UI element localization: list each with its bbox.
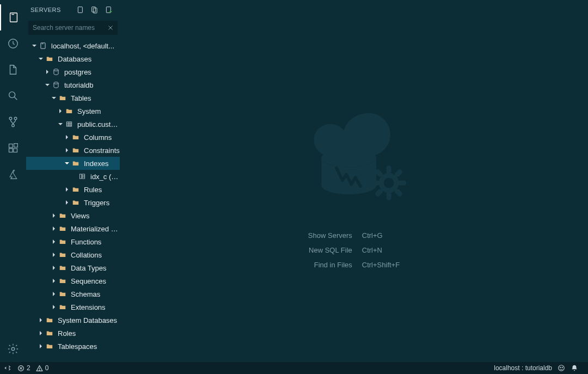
tree-functions[interactable]: Functions [26, 235, 120, 248]
tree-rules[interactable]: Rules [26, 183, 120, 196]
tree-index-idx-c[interactable]: idx_c (No... [26, 170, 120, 183]
welcome-new-sql[interactable]: New SQL File [308, 246, 352, 254]
tree-label: Indexes [84, 160, 109, 168]
sidebar-header: SERVERS [26, 0, 120, 20]
search-input[interactable] [28, 21, 118, 35]
tree-materialized-views[interactable]: Materialized V... [26, 222, 120, 235]
twisty-icon[interactable] [63, 144, 71, 157]
tree-triggers[interactable]: Triggers [26, 196, 120, 209]
activity-settings-icon[interactable] [0, 336, 26, 362]
svg-line-4 [14, 97, 17, 100]
twisty-icon[interactable] [57, 105, 64, 118]
folder-icon [71, 185, 81, 194]
svg-line-39 [397, 192, 400, 194]
status-errors[interactable]: 2 [17, 364, 30, 372]
svg-rect-10 [14, 149, 17, 152]
add-connection-icon[interactable] [102, 3, 115, 16]
tree-indexes[interactable]: Indexes [26, 157, 120, 170]
folder-icon [45, 315, 54, 325]
activity-explorer-icon[interactable] [0, 57, 26, 83]
tree-system-databases[interactable]: System Databases [26, 314, 120, 327]
folder-icon [58, 250, 68, 260]
twisty-icon[interactable] [37, 327, 45, 340]
welcome-editor: Show Servers Ctrl+G New SQL File Ctrl+N … [120, 0, 588, 362]
status-errors-count: 2 [27, 364, 30, 372]
welcome-show-servers[interactable]: Show Servers [308, 231, 352, 240]
twisty-icon[interactable] [50, 209, 58, 222]
folder-icon [45, 54, 54, 64]
tree-roles[interactable]: Roles [26, 327, 120, 340]
tree-table-public-customers[interactable]: public.custo... [26, 118, 120, 131]
twisty-icon[interactable] [37, 52, 45, 65]
new-connection-icon[interactable] [74, 3, 87, 16]
new-group-icon[interactable] [88, 3, 101, 16]
twisty-icon[interactable] [30, 39, 38, 52]
tree-tables[interactable]: Tables [26, 91, 120, 105]
folder-icon [71, 198, 81, 207]
twisty-icon[interactable] [37, 340, 45, 353]
activity-search-icon[interactable] [0, 83, 26, 109]
tree-label: Triggers [84, 199, 109, 207]
folder-icon [58, 224, 68, 234]
welcome-find-in-files[interactable]: Find in Files [308, 261, 352, 269]
tree-constraints[interactable]: Constraints [26, 144, 120, 157]
twisty-icon[interactable] [50, 274, 58, 287]
twisty-icon[interactable] [50, 222, 58, 235]
activity-source-control-icon[interactable] [0, 109, 26, 135]
twisty-icon[interactable] [57, 118, 64, 131]
svg-line-41 [378, 192, 381, 194]
folder-icon [58, 237, 68, 247]
folder-icon [58, 211, 68, 220]
tree-data-types[interactable]: Data Types [26, 261, 120, 274]
twisty-icon[interactable] [63, 157, 71, 170]
folder-icon [71, 145, 81, 155]
status-connection[interactable]: localhost : tutorialdb [494, 364, 552, 372]
svg-rect-8 [9, 144, 13, 148]
tree-views[interactable]: Views [26, 209, 120, 222]
svg-point-5 [9, 117, 12, 120]
tree-db-tutorialdb[interactable]: tutorialdb [26, 78, 120, 91]
svg-point-3 [9, 92, 15, 98]
activity-extensions-icon[interactable] [0, 135, 26, 161]
tree-schemas[interactable]: Schemas [26, 287, 120, 301]
activity-azure-icon[interactable] [0, 161, 26, 187]
twisty-icon[interactable] [50, 91, 58, 105]
twisty-icon[interactable] [44, 65, 51, 78]
tree-system[interactable]: System [26, 105, 120, 118]
twisty-icon[interactable] [50, 287, 58, 301]
svg-rect-15 [93, 8, 97, 13]
tree-sequences[interactable]: Sequences [26, 274, 120, 287]
folder-icon [64, 106, 74, 116]
welcome-find-in-files-key: Ctrl+Shift+F [362, 261, 400, 269]
status-remote-icon[interactable] [4, 364, 12, 372]
activity-servers-icon[interactable] [0, 4, 26, 30]
twisty-icon[interactable] [50, 248, 58, 261]
tree-server[interactable]: localhost, <default... [26, 39, 120, 52]
tree-collations[interactable]: Collations [26, 248, 120, 261]
status-warnings[interactable]: 0 [36, 364, 49, 372]
search-clear-icon[interactable] [106, 23, 115, 33]
twisty-icon[interactable] [37, 314, 45, 327]
tree-databases[interactable]: Databases [26, 52, 120, 65]
status-notifications-icon[interactable] [571, 364, 578, 372]
status-feedback-icon[interactable] [558, 364, 565, 372]
twisty-icon[interactable] [63, 196, 71, 209]
twisty-icon[interactable] [50, 261, 58, 274]
twisty-icon[interactable] [63, 183, 71, 196]
activity-bar [0, 0, 26, 362]
svg-point-21 [54, 69, 58, 71]
sidebar: SERVERS localhost, <default... [26, 0, 120, 362]
twisty-icon[interactable] [44, 78, 51, 91]
tree-tablespaces[interactable]: Tablespaces [26, 340, 120, 353]
tree-columns[interactable]: Columns [26, 131, 120, 144]
tree-db-postgres[interactable]: postgres [26, 65, 120, 78]
tree-label: Roles [58, 329, 76, 338]
svg-point-7 [12, 124, 15, 127]
twisty-icon[interactable] [50, 301, 58, 314]
folder-icon [45, 328, 54, 338]
twisty-icon[interactable] [50, 235, 58, 248]
tree-label: Rules [84, 186, 102, 194]
activity-history-icon[interactable] [0, 30, 26, 57]
tree-extensions[interactable]: Extensions [26, 301, 120, 314]
twisty-icon[interactable] [63, 131, 71, 144]
